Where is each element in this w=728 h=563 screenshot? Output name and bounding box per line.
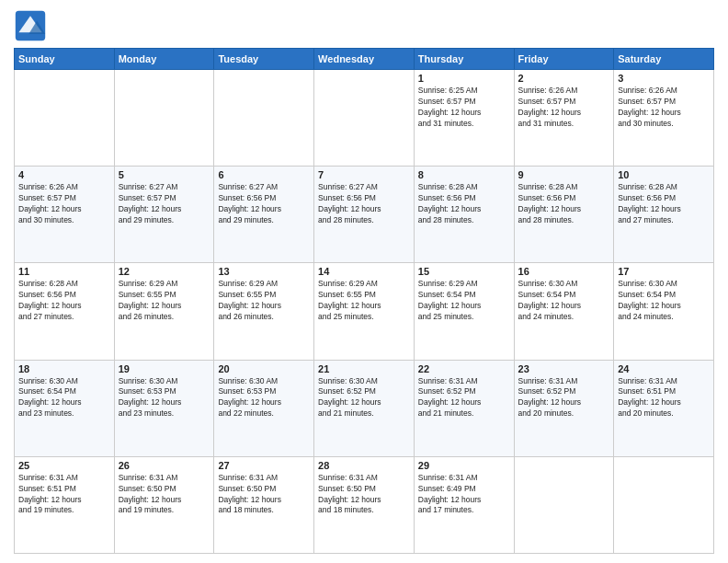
day-info: Sunrise: 6:31 AM Sunset: 6:50 PM Dayligh… bbox=[318, 473, 410, 517]
day-info: Sunrise: 6:31 AM Sunset: 6:49 PM Dayligh… bbox=[418, 473, 510, 517]
calendar-cell: 10Sunrise: 6:28 AM Sunset: 6:56 PM Dayli… bbox=[614, 167, 714, 263]
day-info: Sunrise: 6:26 AM Sunset: 6:57 PM Dayligh… bbox=[618, 86, 710, 130]
calendar-cell: 25Sunrise: 6:31 AM Sunset: 6:51 PM Dayli… bbox=[15, 456, 115, 553]
weekday-header: Thursday bbox=[414, 49, 514, 70]
calendar-cell: 8Sunrise: 6:28 AM Sunset: 6:56 PM Daylig… bbox=[414, 167, 514, 263]
calendar-cell: 4Sunrise: 6:26 AM Sunset: 6:57 PM Daylig… bbox=[15, 167, 115, 263]
calendar-cell: 9Sunrise: 6:28 AM Sunset: 6:56 PM Daylig… bbox=[514, 167, 614, 263]
day-info: Sunrise: 6:29 AM Sunset: 6:54 PM Dayligh… bbox=[418, 279, 510, 323]
page: SundayMondayTuesdayWednesdayThursdayFrid… bbox=[0, 0, 728, 563]
day-info: Sunrise: 6:31 AM Sunset: 6:51 PM Dayligh… bbox=[618, 376, 710, 420]
weekday-header: Monday bbox=[114, 49, 214, 70]
day-info: Sunrise: 6:29 AM Sunset: 6:55 PM Dayligh… bbox=[318, 279, 410, 323]
calendar-week-row: 4Sunrise: 6:26 AM Sunset: 6:57 PM Daylig… bbox=[15, 167, 714, 263]
day-info: Sunrise: 6:30 AM Sunset: 6:53 PM Dayligh… bbox=[119, 376, 210, 420]
calendar-cell: 11Sunrise: 6:28 AM Sunset: 6:56 PM Dayli… bbox=[15, 263, 115, 360]
day-number: 20 bbox=[218, 363, 310, 374]
day-number: 6 bbox=[218, 169, 310, 180]
day-info: Sunrise: 6:25 AM Sunset: 6:57 PM Dayligh… bbox=[418, 86, 510, 130]
calendar-cell: 19Sunrise: 6:30 AM Sunset: 6:53 PM Dayli… bbox=[114, 360, 214, 456]
calendar-cell bbox=[514, 456, 614, 553]
calendar-week-row: 1Sunrise: 6:25 AM Sunset: 6:57 PM Daylig… bbox=[15, 70, 714, 167]
day-number: 14 bbox=[318, 266, 410, 277]
calendar-cell: 20Sunrise: 6:30 AM Sunset: 6:53 PM Dayli… bbox=[214, 360, 314, 456]
day-info: Sunrise: 6:28 AM Sunset: 6:56 PM Dayligh… bbox=[618, 182, 710, 226]
day-number: 19 bbox=[119, 363, 210, 374]
calendar-cell: 26Sunrise: 6:31 AM Sunset: 6:50 PM Dayli… bbox=[114, 456, 214, 553]
calendar-cell: 21Sunrise: 6:30 AM Sunset: 6:52 PM Dayli… bbox=[314, 360, 415, 456]
day-number: 8 bbox=[418, 169, 510, 180]
calendar-cell: 14Sunrise: 6:29 AM Sunset: 6:55 PM Dayli… bbox=[314, 263, 415, 360]
day-number: 25 bbox=[18, 460, 110, 471]
calendar-cell: 22Sunrise: 6:31 AM Sunset: 6:52 PM Dayli… bbox=[414, 360, 514, 456]
day-number: 28 bbox=[318, 460, 410, 471]
calendar-cell: 1Sunrise: 6:25 AM Sunset: 6:57 PM Daylig… bbox=[414, 70, 514, 167]
calendar-cell: 12Sunrise: 6:29 AM Sunset: 6:55 PM Dayli… bbox=[114, 263, 214, 360]
day-info: Sunrise: 6:31 AM Sunset: 6:50 PM Dayligh… bbox=[218, 473, 310, 517]
day-info: Sunrise: 6:27 AM Sunset: 6:57 PM Dayligh… bbox=[119, 182, 210, 226]
logo-icon bbox=[14, 9, 47, 42]
day-number: 27 bbox=[218, 460, 310, 471]
day-info: Sunrise: 6:30 AM Sunset: 6:52 PM Dayligh… bbox=[318, 376, 410, 420]
day-info: Sunrise: 6:30 AM Sunset: 6:54 PM Dayligh… bbox=[18, 376, 110, 420]
day-number: 1 bbox=[418, 73, 510, 84]
day-number: 5 bbox=[119, 169, 210, 180]
day-number: 2 bbox=[518, 73, 610, 84]
day-number: 12 bbox=[119, 266, 210, 277]
day-info: Sunrise: 6:27 AM Sunset: 6:56 PM Dayligh… bbox=[318, 182, 410, 226]
calendar-cell bbox=[314, 70, 415, 167]
calendar-cell bbox=[15, 70, 115, 167]
day-number: 23 bbox=[518, 363, 610, 374]
day-number: 29 bbox=[418, 460, 510, 471]
calendar-cell: 5Sunrise: 6:27 AM Sunset: 6:57 PM Daylig… bbox=[114, 167, 214, 263]
day-number: 26 bbox=[119, 460, 210, 471]
weekday-header: Sunday bbox=[15, 49, 115, 70]
logo bbox=[14, 9, 51, 42]
calendar-week-row: 18Sunrise: 6:30 AM Sunset: 6:54 PM Dayli… bbox=[15, 360, 714, 456]
weekday-header: Friday bbox=[514, 49, 614, 70]
day-number: 21 bbox=[318, 363, 410, 374]
day-number: 3 bbox=[618, 73, 710, 84]
calendar-cell: 6Sunrise: 6:27 AM Sunset: 6:56 PM Daylig… bbox=[214, 167, 314, 263]
weekday-header: Wednesday bbox=[314, 49, 415, 70]
day-number: 16 bbox=[518, 266, 610, 277]
day-number: 24 bbox=[618, 363, 710, 374]
calendar-week-row: 25Sunrise: 6:31 AM Sunset: 6:51 PM Dayli… bbox=[15, 456, 714, 553]
day-info: Sunrise: 6:31 AM Sunset: 6:52 PM Dayligh… bbox=[518, 376, 610, 420]
day-number: 18 bbox=[18, 363, 110, 374]
day-info: Sunrise: 6:31 AM Sunset: 6:50 PM Dayligh… bbox=[119, 473, 210, 517]
day-number: 17 bbox=[618, 266, 710, 277]
day-info: Sunrise: 6:28 AM Sunset: 6:56 PM Dayligh… bbox=[418, 182, 510, 226]
day-info: Sunrise: 6:29 AM Sunset: 6:55 PM Dayligh… bbox=[119, 279, 210, 323]
calendar-cell: 23Sunrise: 6:31 AM Sunset: 6:52 PM Dayli… bbox=[514, 360, 614, 456]
calendar-cell bbox=[114, 70, 214, 167]
calendar-cell: 27Sunrise: 6:31 AM Sunset: 6:50 PM Dayli… bbox=[214, 456, 314, 553]
day-info: Sunrise: 6:28 AM Sunset: 6:56 PM Dayligh… bbox=[18, 279, 110, 323]
calendar-cell: 7Sunrise: 6:27 AM Sunset: 6:56 PM Daylig… bbox=[314, 167, 415, 263]
day-info: Sunrise: 6:26 AM Sunset: 6:57 PM Dayligh… bbox=[518, 86, 610, 130]
day-info: Sunrise: 6:30 AM Sunset: 6:54 PM Dayligh… bbox=[518, 279, 610, 323]
weekday-header: Saturday bbox=[614, 49, 714, 70]
day-number: 11 bbox=[18, 266, 110, 277]
calendar-cell: 16Sunrise: 6:30 AM Sunset: 6:54 PM Dayli… bbox=[514, 263, 614, 360]
day-info: Sunrise: 6:27 AM Sunset: 6:56 PM Dayligh… bbox=[218, 182, 310, 226]
calendar-table: SundayMondayTuesdayWednesdayThursdayFrid… bbox=[14, 48, 714, 554]
day-number: 4 bbox=[18, 169, 110, 180]
day-number: 15 bbox=[418, 266, 510, 277]
day-info: Sunrise: 6:31 AM Sunset: 6:52 PM Dayligh… bbox=[418, 376, 510, 420]
day-info: Sunrise: 6:30 AM Sunset: 6:53 PM Dayligh… bbox=[218, 376, 310, 420]
calendar-cell: 17Sunrise: 6:30 AM Sunset: 6:54 PM Dayli… bbox=[614, 263, 714, 360]
header bbox=[14, 9, 714, 42]
day-number: 7 bbox=[318, 169, 410, 180]
calendar-cell: 29Sunrise: 6:31 AM Sunset: 6:49 PM Dayli… bbox=[414, 456, 514, 553]
day-number: 9 bbox=[518, 169, 610, 180]
day-info: Sunrise: 6:28 AM Sunset: 6:56 PM Dayligh… bbox=[518, 182, 610, 226]
calendar-week-row: 11Sunrise: 6:28 AM Sunset: 6:56 PM Dayli… bbox=[15, 263, 714, 360]
day-info: Sunrise: 6:26 AM Sunset: 6:57 PM Dayligh… bbox=[18, 182, 110, 226]
day-number: 10 bbox=[618, 169, 710, 180]
calendar-cell: 3Sunrise: 6:26 AM Sunset: 6:57 PM Daylig… bbox=[614, 70, 714, 167]
day-info: Sunrise: 6:31 AM Sunset: 6:51 PM Dayligh… bbox=[18, 473, 110, 517]
day-number: 13 bbox=[218, 266, 310, 277]
weekday-header: Tuesday bbox=[214, 49, 314, 70]
calendar-cell: 24Sunrise: 6:31 AM Sunset: 6:51 PM Dayli… bbox=[614, 360, 714, 456]
